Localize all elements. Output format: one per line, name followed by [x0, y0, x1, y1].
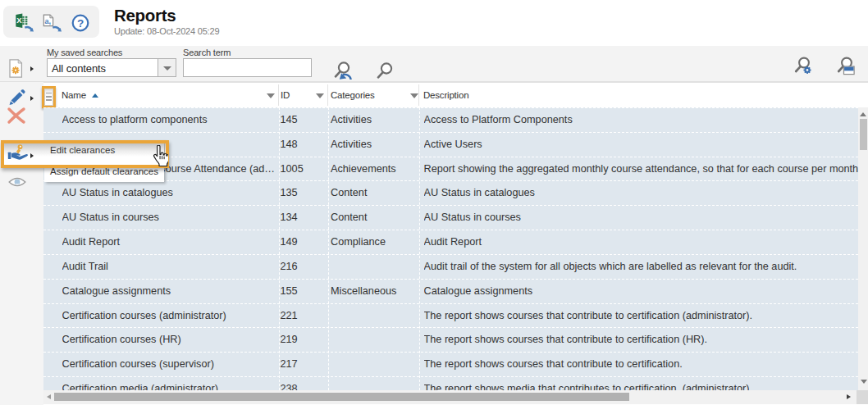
svg-text:a,: a, [45, 17, 52, 25]
svg-text:X: X [16, 16, 22, 25]
svg-text:?: ? [77, 17, 84, 30]
